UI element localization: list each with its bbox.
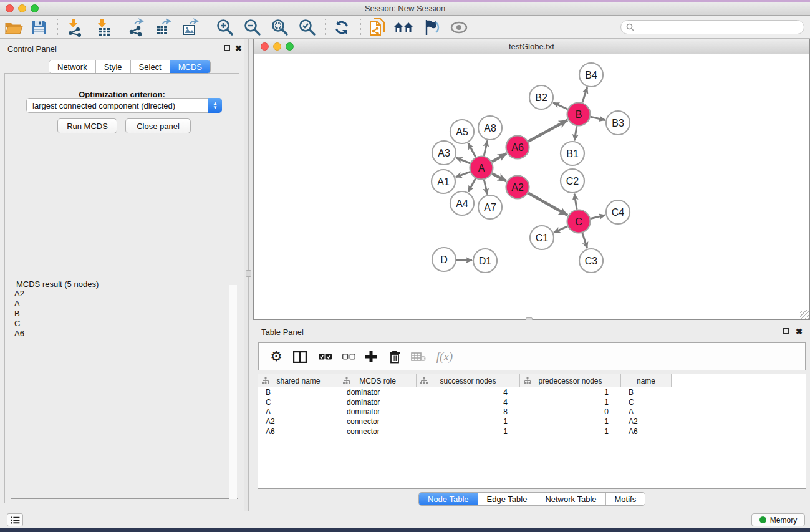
graph-edge-C-C3[interactable] [582,233,587,248]
graph-edge-A-A1[interactable] [456,172,470,177]
zoom-in-icon[interactable] [215,17,236,37]
graph-edge-C-C2[interactable] [574,194,577,210]
search-input[interactable] [637,23,793,32]
copy-network-icon[interactable] [367,17,388,37]
tab-mcds[interactable]: MCDS [170,60,210,73]
tab-network[interactable]: Network [49,60,96,73]
add-column-icon[interactable] [361,347,381,366]
tab-style[interactable]: Style [96,60,131,73]
table-cell[interactable]: 4 [417,398,520,407]
graph-edge-A-A2[interactable] [492,173,506,181]
table-cell[interactable]: 1 [520,388,621,397]
table-row[interactable]: Cdominator41C [258,397,806,407]
table-cell[interactable]: connector [339,427,417,436]
close-panel-icon[interactable]: ✖ [235,46,242,52]
table-cell[interactable]: B [258,388,339,397]
graph-edge-A-A7[interactable] [484,180,487,194]
column-header-shared-name[interactable]: shared name [258,374,339,387]
table-row[interactable]: A6connector11A6 [258,427,806,437]
column-header-predecessor-nodes[interactable]: predecessor nodes [520,374,621,387]
network-zoom-button[interactable] [286,42,294,51]
result-scrollbar[interactable] [229,285,237,499]
graph-edge-A-A4[interactable] [468,178,476,191]
column-header-successor-nodes[interactable]: successor nodes [417,374,520,387]
column-header-name[interactable]: name [621,374,672,387]
table-cell[interactable]: A6 [621,427,672,436]
open-file-icon[interactable] [3,17,24,37]
network-graph[interactable]: B4B2BB3A5A8A3A6B1AA1A2C2A4A7CC4C1C3DD1 [254,54,809,319]
graph-edge-A2-C[interactable] [528,193,567,215]
float-panel-icon[interactable] [224,45,230,51]
graph-edge-A-A3[interactable] [456,158,470,163]
column-pane-icon[interactable] [290,347,310,366]
table-cell[interactable]: A [258,407,339,416]
table-cell[interactable]: 1 [520,427,621,436]
export-image-icon[interactable] [180,17,201,37]
graph-edge-A6-B[interactable] [528,120,567,142]
table-cell[interactable]: C [258,398,339,407]
import-network-icon[interactable] [64,17,85,37]
graph-edge-B-B2[interactable] [553,103,567,109]
table-cell[interactable]: 1 [520,398,621,407]
graph-edge-C-C4[interactable] [591,215,605,219]
table-cell[interactable]: A6 [258,427,339,436]
table-cell[interactable]: connector [339,417,417,426]
graph-edge-B-B3[interactable] [591,117,605,120]
column-header-MCDS-role[interactable]: MCDS role [339,374,417,387]
table-cell[interactable]: 1 [417,417,520,426]
mcds-result-item[interactable]: A [12,299,227,309]
close-panel-button[interactable]: Close panel [125,118,191,133]
delete-column-icon[interactable] [385,347,405,366]
table-row[interactable]: Adominator80A [258,407,806,417]
run-mcds-button[interactable]: Run MCDS [57,118,117,133]
criterion-dropdown[interactable]: largest connected component (directed) ▲… [26,98,222,113]
tab-node-table[interactable]: Node Table [419,493,478,505]
graph-edge-B-B4[interactable] [582,87,587,102]
table-cell[interactable]: A2 [621,417,672,426]
table-cell[interactable]: 8 [417,407,520,416]
mcds-result-item[interactable]: A6 [12,329,227,339]
tab-network-table[interactable]: Network Table [536,493,605,505]
zoom-selected-icon[interactable] [297,17,318,37]
delete-table-icon[interactable] [408,347,428,366]
tab-edge-table[interactable]: Edge Table [478,493,537,505]
graph-edge-C-C1[interactable] [554,226,567,233]
tab-motifs[interactable]: Motifs [606,493,645,505]
deselect-all-columns-icon[interactable] [339,347,359,366]
table-cell[interactable]: C [621,398,672,407]
mcds-result-item[interactable]: B [12,309,227,319]
tab-select[interactable]: Select [131,60,170,73]
network-minimize-button[interactable] [273,42,281,51]
graph-edge-A-A5[interactable] [468,143,476,157]
table-cell[interactable]: 1 [417,427,520,436]
table-row[interactable]: Bdominator41B [258,387,806,397]
zoom-window-button[interactable] [31,4,39,12]
zoom-fit-icon[interactable] [269,17,291,37]
export-table-icon[interactable] [152,17,173,37]
table-cell[interactable]: B [621,388,672,397]
table-cell[interactable]: dominator [339,407,417,416]
show-panels-list-button[interactable] [7,513,23,526]
save-session-icon[interactable] [28,17,49,37]
graph-edge-D-D1[interactable] [456,260,472,261]
table-row[interactable]: A2connector11A2 [258,417,806,427]
table-close-panel-icon[interactable]: ✖ [796,329,803,335]
first-neighbors-icon[interactable] [393,17,414,37]
vertical-splitter-handle[interactable] [246,270,251,277]
export-network-icon[interactable] [125,17,147,37]
table-cell[interactable]: 4 [417,388,520,397]
search-field[interactable] [620,20,804,34]
function-builder-icon[interactable]: f(x) [431,347,458,366]
mcds-result-item[interactable]: A2 [12,289,227,299]
graph-edge-A-A8[interactable] [484,141,487,156]
network-canvas[interactable]: B4B2BB3A5A8A3A6B1AA1A2C2A4A7CC4C1C3DD1 [254,54,809,319]
table-cell[interactable]: dominator [339,398,417,407]
table-cell[interactable]: 0 [520,407,621,416]
graph-edge-A-A6[interactable] [492,153,506,162]
select-all-columns-icon[interactable] [315,347,335,366]
resize-grip-icon[interactable] [800,310,809,319]
hide-selected-icon[interactable] [420,17,441,37]
mcds-result-item[interactable]: C [12,319,227,329]
show-all-icon[interactable] [448,17,470,37]
close-window-button[interactable] [6,4,14,12]
